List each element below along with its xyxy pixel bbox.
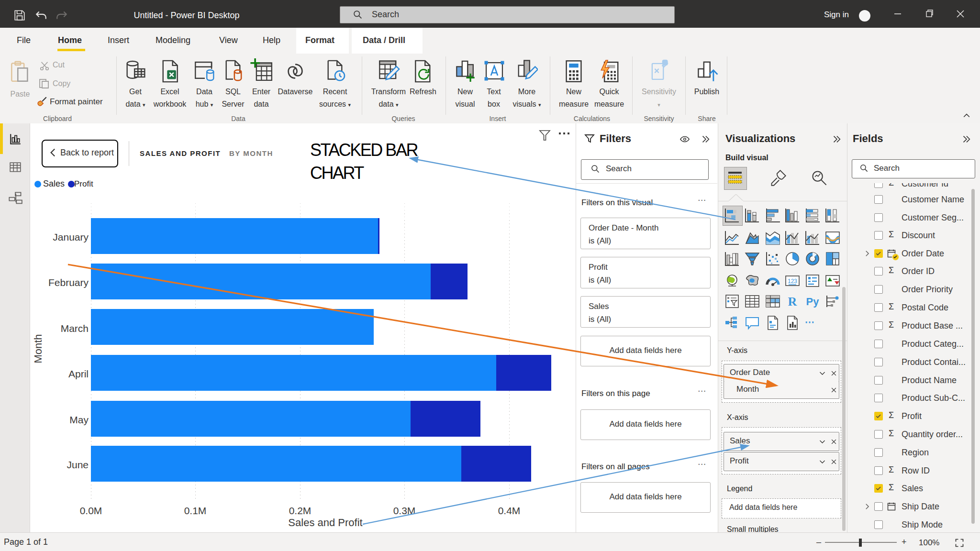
svg-text:R: R (788, 295, 797, 309)
svg-text:123: 123 (788, 278, 797, 285)
svg-text:Py: Py (806, 296, 820, 308)
